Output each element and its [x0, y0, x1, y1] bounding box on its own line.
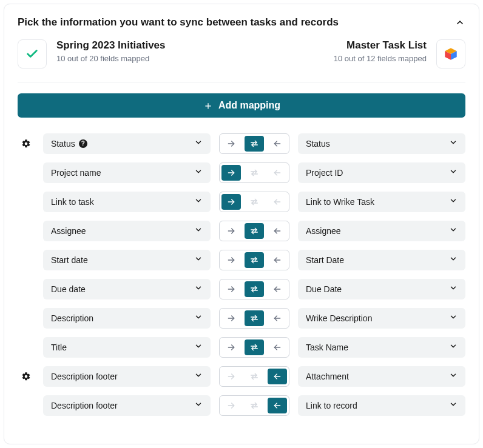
right-field-select[interactable]: Assignee	[298, 221, 465, 241]
mapping-row: Status? Status	[18, 133, 465, 154]
direction-right[interactable]	[221, 194, 241, 210]
left-field-label: Due date	[51, 284, 86, 294]
direction-toggle[interactable]	[219, 221, 289, 241]
direction-right[interactable]	[220, 367, 243, 386]
direction-both[interactable]	[245, 223, 264, 239]
direction-left[interactable]	[266, 309, 289, 328]
direction-right[interactable]	[220, 221, 243, 241]
right-field-label: Task Name	[306, 343, 348, 352]
sync-fields-panel: Pick the information you want to sync be…	[4, 4, 479, 444]
chevron-down-icon	[194, 313, 203, 324]
plus-icon: ＋	[203, 100, 214, 111]
direction-toggle[interactable]	[219, 279, 289, 299]
left-field-select[interactable]: Start date	[43, 250, 211, 270]
direction-left[interactable]	[266, 250, 289, 270]
direction-both[interactable]	[243, 396, 266, 415]
direction-left[interactable]	[266, 221, 289, 241]
chevron-down-icon	[449, 371, 458, 382]
right-field-select[interactable]: Project ID	[298, 162, 465, 183]
direction-toggle[interactable]	[219, 192, 289, 212]
left-field-label: Link to task	[51, 197, 94, 207]
direction-left[interactable]	[266, 338, 289, 357]
right-source-text: Master Task List 10 out of 12 fields map…	[334, 39, 427, 63]
direction-left[interactable]	[268, 398, 287, 413]
right-source-sub: 10 out of 12 fields mapped	[334, 54, 427, 63]
right-source-name: Master Task List	[334, 39, 427, 52]
direction-toggle[interactable]	[219, 337, 289, 358]
direction-right[interactable]	[220, 309, 243, 328]
direction-both[interactable]	[245, 281, 264, 297]
chevron-down-icon	[194, 167, 203, 178]
mapping-row: Project name Project ID	[18, 162, 465, 183]
direction-left[interactable]	[268, 369, 287, 384]
left-field-select[interactable]: Assignee	[43, 221, 211, 241]
right-field-label: Start Date	[306, 255, 344, 265]
direction-right[interactable]	[220, 134, 243, 153]
right-field-select[interactable]: Attachment	[298, 366, 465, 387]
right-field-label: Link to Wrike Task	[306, 197, 374, 207]
left-source-text: Spring 2023 Initiatives 10 out of 20 fie…	[56, 39, 166, 63]
section-title: Pick the information you want to sync be…	[18, 16, 339, 28]
direction-toggle[interactable]	[219, 366, 289, 387]
left-field-select[interactable]: Project name	[43, 162, 211, 183]
right-field-select[interactable]: Task Name	[298, 337, 465, 358]
direction-toggle[interactable]	[219, 250, 289, 270]
direction-both[interactable]	[243, 192, 266, 212]
direction-both[interactable]	[243, 163, 266, 182]
right-field-select[interactable]: Wrike Description	[298, 308, 465, 329]
right-field-select[interactable]: Due Date	[298, 279, 465, 299]
right-field-label: Link to record	[306, 401, 357, 410]
left-field-label: Description footer	[51, 401, 118, 410]
right-field-select[interactable]: Status	[298, 133, 465, 154]
direction-both[interactable]	[243, 367, 266, 386]
help-icon[interactable]: ?	[79, 139, 87, 148]
chevron-down-icon	[449, 138, 458, 149]
left-field-select[interactable]: Status?	[43, 133, 211, 154]
direction-left[interactable]	[266, 279, 289, 299]
row-settings-button[interactable]	[18, 139, 35, 149]
direction-both[interactable]	[245, 339, 264, 355]
mappings-list: Status? Status Project name	[18, 133, 465, 416]
mapping-row: Description footer Attachment	[18, 366, 465, 387]
left-field-select[interactable]: Description footer	[43, 395, 211, 416]
right-source: Master Task List 10 out of 12 fields map…	[334, 39, 465, 69]
direction-left[interactable]	[266, 192, 289, 212]
left-field-select[interactable]: Link to task	[43, 192, 211, 212]
direction-toggle[interactable]	[219, 308, 289, 329]
direction-toggle[interactable]	[219, 133, 289, 154]
mapping-row: Link to task Link to Wrike Task	[18, 192, 465, 212]
right-field-select[interactable]: Start Date	[298, 250, 465, 270]
row-settings-button[interactable]	[18, 372, 35, 381]
collapse-toggle[interactable]	[454, 17, 465, 28]
direction-both[interactable]	[245, 310, 264, 326]
right-field-label: Attachment	[306, 372, 349, 381]
right-field-label: Due Date	[306, 284, 342, 294]
direction-right[interactable]	[220, 250, 243, 270]
right-field-label: Assignee	[306, 226, 341, 236]
left-field-label: Description footer	[51, 372, 118, 381]
add-mapping-button[interactable]: ＋ Add mapping	[18, 93, 465, 118]
divider	[18, 82, 465, 82]
left-field-select[interactable]: Description footer	[43, 366, 211, 387]
right-field-label: Status	[306, 139, 330, 149]
chevron-down-icon	[194, 342, 203, 353]
left-field-select[interactable]: Description	[43, 308, 211, 329]
chevron-down-icon	[194, 284, 203, 295]
right-field-select[interactable]: Link to record	[298, 395, 465, 416]
direction-right[interactable]	[220, 338, 243, 357]
direction-both[interactable]	[245, 252, 264, 268]
direction-right[interactable]	[220, 396, 243, 415]
left-field-select[interactable]: Due date	[43, 279, 211, 299]
direction-right[interactable]	[220, 279, 243, 299]
direction-right[interactable]	[221, 165, 241, 181]
direction-left[interactable]	[266, 134, 289, 153]
direction-toggle[interactable]	[219, 162, 289, 183]
direction-toggle[interactable]	[219, 395, 289, 416]
chevron-down-icon	[449, 255, 458, 266]
left-field-select[interactable]: Title	[43, 337, 211, 358]
direction-both[interactable]	[245, 136, 264, 152]
chevron-down-icon	[194, 400, 203, 411]
right-field-select[interactable]: Link to Wrike Task	[298, 192, 465, 212]
direction-left[interactable]	[266, 163, 289, 182]
chevron-down-icon	[449, 342, 458, 353]
